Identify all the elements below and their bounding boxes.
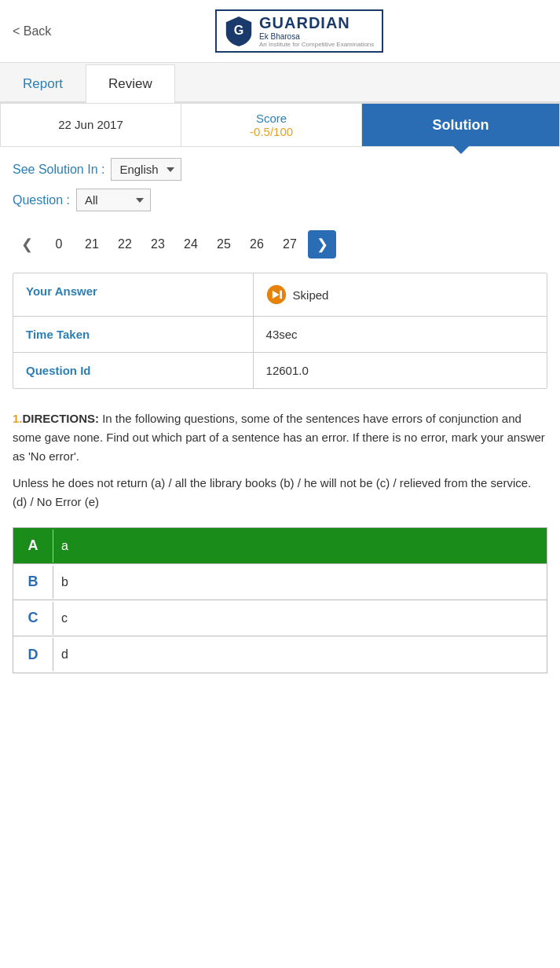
svg-rect-3 bbox=[280, 291, 282, 299]
back-button[interactable]: < Back bbox=[13, 24, 51, 38]
answer-row-your-answer: Your Answer Skiped bbox=[13, 273, 547, 317]
page-23[interactable]: 23 bbox=[143, 230, 173, 258]
option-text-A: a bbox=[53, 530, 547, 563]
tabs-bar: Report Review bbox=[0, 63, 560, 103]
logo-text: GUARDIAN Ek Bharosa An Institute for Com… bbox=[259, 14, 374, 48]
logo-area: G GUARDIAN Ek Bharosa An Institute for C… bbox=[51, 9, 547, 53]
option-letter-A: A bbox=[13, 528, 53, 563]
option-text-D: d bbox=[53, 638, 547, 671]
tab-report[interactable]: Report bbox=[0, 64, 86, 103]
question-id-label: Question Id bbox=[13, 353, 254, 388]
score-score: Score -0.5/100 bbox=[181, 104, 362, 146]
question-area: 1.DIRECTIONS: In the following questions… bbox=[0, 402, 560, 519]
score-label: Score bbox=[189, 112, 353, 125]
answer-table: Your Answer Skiped Time Taken 43sec Ques… bbox=[13, 273, 547, 389]
option-letter-D: D bbox=[13, 637, 53, 673]
question-body: Unless he does not return (a) / all the … bbox=[13, 474, 547, 512]
option-letter-B: B bbox=[13, 564, 53, 600]
your-answer-label: Your Answer bbox=[13, 273, 254, 316]
direction-bold: DIRECTIONS: bbox=[23, 412, 100, 425]
option-text-C: c bbox=[53, 602, 547, 635]
page-0[interactable]: 0 bbox=[44, 230, 74, 258]
tab-review[interactable]: Review bbox=[86, 64, 175, 103]
page-22[interactable]: 22 bbox=[110, 230, 140, 258]
page-26[interactable]: 26 bbox=[242, 230, 272, 258]
page-24[interactable]: 24 bbox=[176, 230, 206, 258]
time-taken-value: 43sec bbox=[254, 317, 547, 352]
logo-box: G GUARDIAN Ek Bharosa An Institute for C… bbox=[215, 9, 383, 53]
logo-sub: Ek Bharosa bbox=[259, 32, 374, 41]
logo-brand: GUARDIAN bbox=[259, 14, 374, 32]
score-bar: 22 Jun 2017 Score -0.5/100 Solution bbox=[0, 103, 560, 147]
your-answer-text: Skiped bbox=[293, 288, 329, 302]
page-25[interactable]: 25 bbox=[209, 230, 239, 258]
header: < Back G GUARDIAN Ek Bharosa An Institut… bbox=[0, 0, 560, 63]
score-date: 22 Jun 2017 bbox=[1, 104, 181, 146]
score-value: -0.5/100 bbox=[189, 125, 353, 138]
question-label: Question : bbox=[13, 193, 70, 207]
options-table: A a B b C c D d bbox=[13, 527, 547, 673]
see-solution-label: See Solution In : bbox=[13, 163, 104, 177]
skip-icon bbox=[266, 284, 287, 305]
back-label: < Back bbox=[13, 24, 51, 38]
question-id-value: 12601.0 bbox=[254, 353, 547, 388]
shield-icon: G bbox=[225, 15, 253, 48]
option-letter-C: C bbox=[13, 600, 53, 636]
option-row-A[interactable]: A a bbox=[13, 528, 547, 564]
question-row: Question : All Correct Wrong Skipped bbox=[13, 189, 547, 211]
your-answer-value: Skiped bbox=[254, 273, 547, 316]
svg-text:G: G bbox=[234, 23, 244, 37]
option-text-B: b bbox=[53, 566, 547, 599]
question-text: 1.DIRECTIONS: In the following questions… bbox=[13, 409, 547, 466]
logo-tagline: An Institute for Competitive Examination… bbox=[259, 41, 374, 48]
option-row-B[interactable]: B b bbox=[13, 564, 547, 600]
time-taken-label: Time Taken bbox=[13, 317, 254, 352]
question-number: 1. bbox=[13, 412, 23, 425]
language-row: See Solution In : English Hindi bbox=[13, 158, 547, 181]
answer-row-time-taken: Time Taken 43sec bbox=[13, 317, 547, 353]
next-page-button[interactable]: ❯ bbox=[308, 230, 336, 258]
question-select[interactable]: All Correct Wrong Skipped bbox=[76, 189, 151, 211]
language-select[interactable]: English Hindi bbox=[111, 158, 181, 181]
page-21[interactable]: 21 bbox=[77, 230, 107, 258]
page-27[interactable]: 27 bbox=[275, 230, 305, 258]
pagination: ❮ 0 21 22 23 24 25 26 27 ❯ bbox=[0, 224, 560, 270]
prev-page-button[interactable]: ❮ bbox=[13, 230, 41, 258]
solution-button[interactable]: Solution bbox=[362, 104, 559, 146]
answer-row-question-id: Question Id 12601.0 bbox=[13, 353, 547, 388]
option-row-D[interactable]: D d bbox=[13, 636, 547, 673]
option-row-C[interactable]: C c bbox=[13, 600, 547, 636]
solution-controls: See Solution In : English Hindi Question… bbox=[0, 147, 560, 224]
